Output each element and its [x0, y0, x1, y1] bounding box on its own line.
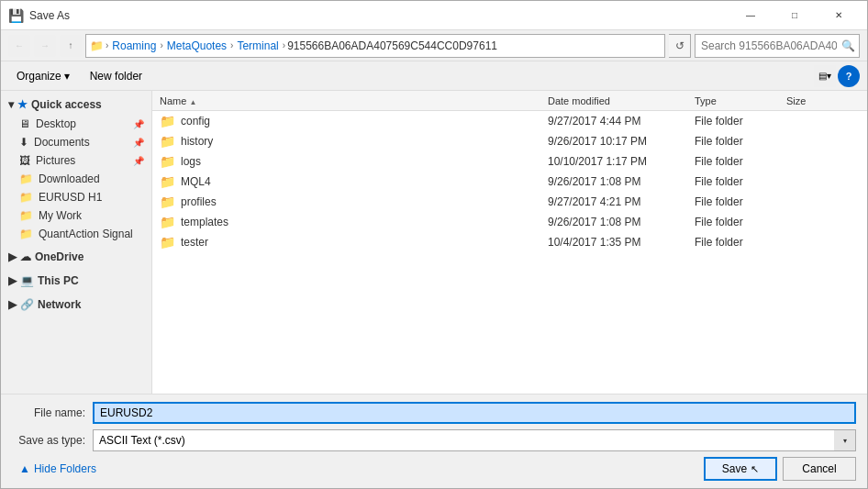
thispc-computer-icon: 💻	[20, 274, 34, 287]
sidebar-item-mywork[interactable]: 📁 My Work	[1, 206, 151, 225]
breadcrumb-sep-2: ›	[230, 40, 233, 50]
downloaded-icon: 📁	[19, 172, 33, 185]
sidebar-label-mywork: My Work	[39, 209, 82, 222]
file-date: 9/26/2017 1:08 PM	[548, 175, 695, 188]
table-row[interactable]: 📁 logs 10/10/2017 1:17 PM File folder	[152, 151, 867, 172]
pin-icon-desktop: 📌	[133, 119, 144, 129]
sidebar-network-header[interactable]: ▶ 🔗 Network	[1, 295, 151, 315]
view-controls: ▤ ▾ ?	[814, 65, 860, 87]
maximize-button[interactable]: □	[773, 1, 816, 30]
pin-icon-documents: 📌	[133, 138, 144, 148]
folder-icon: 📁	[160, 215, 175, 229]
table-row[interactable]: 📁 profiles 9/27/2017 4:21 PM File folder	[152, 192, 867, 212]
titlebar: 💾 Save As — □ ✕	[1, 1, 867, 30]
forward-button[interactable]: →	[34, 35, 56, 57]
view-button[interactable]: ▤ ▾	[814, 65, 836, 87]
search-box: 🔍	[695, 34, 860, 58]
hide-folders-area: ▲ Hide Folders	[12, 459, 698, 479]
close-button[interactable]: ✕	[818, 1, 860, 30]
save-label: Save	[722, 462, 747, 475]
file-type: File folder	[695, 236, 786, 249]
col-type-header[interactable]: Type	[695, 95, 786, 106]
refresh-button[interactable]: ↺	[669, 34, 691, 58]
network-icon: 🔗	[20, 298, 34, 311]
file-type: File folder	[695, 216, 786, 228]
sidebar-thispc-header[interactable]: ▶ 💻 This PC	[1, 271, 151, 291]
folder-icon: 📁	[160, 134, 175, 149]
quickaccess-label: Quick access	[31, 98, 102, 111]
quantaction-icon: 📁	[19, 228, 33, 240]
help-button[interactable]: ?	[838, 65, 860, 87]
sidebar-label-documents: Documents	[34, 136, 90, 149]
sidebar-label-network: Network	[38, 298, 81, 311]
actionbar: Organize ▾ New folder ▤ ▾ ?	[1, 61, 867, 91]
sidebar-item-downloaded[interactable]: 📁 Downloaded	[1, 170, 151, 188]
sidebar-label-downloaded: Downloaded	[39, 172, 100, 185]
breadcrumb-bar: 📁 › Roaming › MetaQuotes › Terminal › 91…	[85, 34, 665, 58]
sidebar-item-desktop[interactable]: 🖥 Desktop 📌	[1, 115, 151, 133]
up-button[interactable]: ↑	[60, 35, 82, 57]
buttons-row: ▲ Hide Folders Save ↖ Cancel	[12, 457, 856, 481]
back-button[interactable]: ←	[8, 35, 30, 57]
organize-button[interactable]: Organize ▾	[8, 65, 78, 87]
documents-icon: ⬇	[19, 136, 28, 149]
cancel-button[interactable]: Cancel	[783, 457, 856, 481]
filename-row: File name:	[12, 402, 856, 424]
minimize-button[interactable]: —	[729, 1, 772, 30]
search-input[interactable]	[695, 34, 860, 58]
file-type: File folder	[695, 115, 786, 128]
table-row[interactable]: 📁 history 9/26/2017 10:17 PM File folder	[152, 131, 867, 151]
breadcrumb-roaming[interactable]: Roaming	[110, 39, 158, 52]
hide-folders-button[interactable]: ▲ Hide Folders	[12, 459, 104, 479]
breadcrumb-terminal[interactable]: Terminal	[235, 39, 280, 52]
file-type: File folder	[695, 175, 786, 188]
titlebar-controls: — □ ✕	[729, 1, 860, 30]
savetype-label: Save as type:	[12, 434, 85, 447]
eurusd-icon: 📁	[19, 191, 33, 204]
sidebar-item-eurusd[interactable]: 📁 EURUSD H1	[1, 188, 151, 206]
filename-input[interactable]	[93, 402, 856, 424]
file-pane: Name ▲ Date modified Type Size 📁 config …	[152, 91, 867, 394]
network-arrow-icon: ▶	[8, 298, 17, 311]
file-date: 10/4/2017 1:35 PM	[548, 236, 695, 249]
sidebar-onedrive-header[interactable]: ▶ ☁ OneDrive	[1, 247, 151, 267]
sidebar-item-pictures[interactable]: 🖼 Pictures 📌	[1, 151, 151, 170]
folder-icon: 📁	[160, 235, 175, 250]
file-name: history	[181, 135, 548, 148]
col-size-header[interactable]: Size	[786, 95, 860, 106]
main-content: ▾ ★ Quick access 🖥 Desktop 📌 ⬇ Documents…	[1, 91, 867, 394]
sort-arrow-icon: ▲	[189, 98, 196, 106]
file-name: profiles	[181, 195, 548, 208]
pictures-icon: 🖼	[19, 154, 30, 167]
sidebar-label-quantaction: QuantAction Signal	[39, 228, 133, 240]
sidebar-label-pictures: Pictures	[36, 154, 75, 167]
col-date-header[interactable]: Date modified	[548, 95, 695, 106]
file-name: logs	[181, 155, 548, 168]
sidebar-section-onedrive: ▶ ☁ OneDrive	[1, 247, 151, 267]
sidebar-item-quantaction[interactable]: 📁 QuantAction Signal	[1, 225, 151, 243]
table-row[interactable]: 📁 config 9/27/2017 4:44 PM File folder	[152, 111, 867, 131]
file-date: 9/27/2017 4:44 PM	[548, 115, 695, 128]
sidebar-section-quickaccess: ▾ ★ Quick access 🖥 Desktop 📌 ⬇ Documents…	[1, 94, 151, 243]
sidebar-item-documents[interactable]: ⬇ Documents 📌	[1, 133, 151, 151]
folder-icon: 📁	[160, 154, 175, 169]
savetype-select[interactable]: ASCII Text (*.csv)	[93, 429, 856, 451]
view-arrow-icon: ▾	[827, 71, 831, 81]
onedrive-cloud-icon: ☁	[20, 250, 31, 263]
folder-icon: 📁	[160, 174, 175, 189]
col-name-header[interactable]: Name ▲	[160, 95, 548, 106]
file-date: 9/26/2017 10:17 PM	[548, 135, 695, 148]
save-as-dialog: 💾 Save As — □ ✕ ← → ↑ 📁 › Roaming › Meta…	[0, 0, 868, 489]
save-button[interactable]: Save ↖	[704, 457, 777, 481]
table-row[interactable]: 📁 templates 9/26/2017 1:08 PM File folde…	[152, 212, 867, 232]
breadcrumb-folder-icon: 📁	[90, 39, 104, 52]
file-list-header: Name ▲ Date modified Type Size	[152, 91, 867, 111]
new-folder-button[interactable]: New folder	[82, 65, 150, 87]
breadcrumb-sep-0: ›	[106, 40, 108, 50]
sidebar-quickaccess-header[interactable]: ▾ ★ Quick access	[1, 94, 151, 115]
file-type: File folder	[695, 195, 786, 208]
breadcrumb-current: 915566BA06ADA407569C544CC0D97611	[287, 39, 497, 52]
table-row[interactable]: 📁 tester 10/4/2017 1:35 PM File folder	[152, 232, 867, 252]
breadcrumb-metaquotes[interactable]: MetaQuotes	[165, 39, 228, 52]
table-row[interactable]: 📁 MQL4 9/26/2017 1:08 PM File folder	[152, 172, 867, 192]
